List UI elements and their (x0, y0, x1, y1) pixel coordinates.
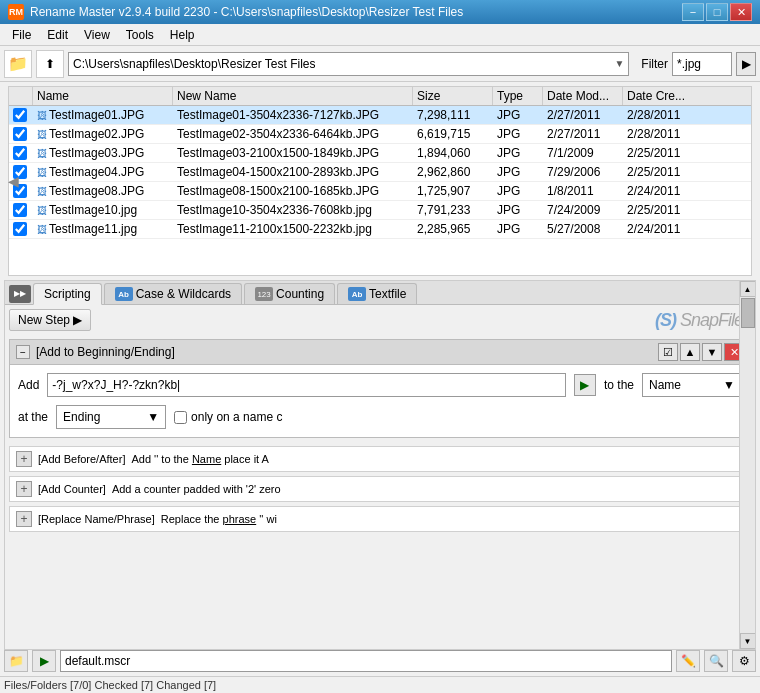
filter-button[interactable]: ▶ (736, 52, 756, 76)
right-scrollbar[interactable]: ▲ ▼ (739, 281, 755, 649)
step-collapse-button[interactable]: − (16, 345, 30, 359)
menu-help[interactable]: Help (162, 26, 203, 44)
at-row: at the Ending ▼ only on a name c (18, 405, 742, 429)
plus-icon[interactable]: + (16, 451, 32, 467)
table-row[interactable]: 🖼TestImage10.jpg TestImage10-3504x2336-7… (9, 201, 751, 220)
window-controls: − □ ✕ (682, 3, 752, 21)
bottom-toolbar: 📁 ▶ ✏️ 🔍 ⚙ (0, 646, 760, 677)
step-checkbox-button[interactable]: ☑ (658, 343, 678, 361)
tab-textfile[interactable]: Ab Textfile (337, 283, 417, 304)
col-checkbox (9, 87, 33, 105)
col-name[interactable]: Name (33, 87, 173, 105)
add-input[interactable] (47, 373, 566, 397)
table-row[interactable]: 🖼TestImage01.JPG TestImage01-3504x2336-7… (9, 106, 751, 125)
step-add-row: Add ▶ to the Name ▼ (18, 373, 742, 397)
scroll-track (740, 297, 756, 633)
menu-bar: File Edit View Tools Help (0, 24, 760, 46)
only-label: only on a name c (191, 410, 282, 424)
col-datemod[interactable]: Date Mod... (543, 87, 623, 105)
script-input[interactable] (60, 650, 672, 672)
status-bar: Files/Folders [7/0] Checked [7] Changed … (0, 677, 760, 693)
filter-input[interactable] (672, 52, 732, 76)
scripting-tab-icon: ▶▶ (9, 285, 31, 303)
title-bar: RM Rename Master v2.9.4 build 2230 - C:\… (0, 0, 760, 24)
app-icon: RM (8, 4, 24, 20)
steps-bar: New Step ▶ (S) SnapFiles (5, 305, 755, 335)
table-row[interactable]: 🖼TestImage03.JPG TestImage03-2100x1500-1… (9, 144, 751, 163)
sub-item-desc: Add '' to the Name place it A (131, 453, 269, 465)
name-combo-arrow-icon: ▼ (723, 378, 735, 392)
step-up-button[interactable]: ▲ (680, 343, 700, 361)
col-newname[interactable]: New Name (173, 87, 413, 105)
path-combo[interactable]: C:\Users\snapfiles\Desktop\Resizer Test … (68, 52, 629, 76)
scroll-thumb[interactable] (741, 298, 755, 328)
menu-view[interactable]: View (76, 26, 118, 44)
close-button[interactable]: ✕ (730, 3, 752, 21)
table-row[interactable]: 🖼TestImage02.JPG TestImage02-3504x2336-6… (9, 125, 751, 144)
table-row[interactable]: 🖼TestImage04.JPG TestImage04-1500x2100-2… (9, 163, 751, 182)
col-datecre[interactable]: Date Cre... (623, 87, 703, 105)
step-body: Add ▶ to the Name ▼ at the Ending ▼ only… (10, 365, 750, 437)
scroll-up-button[interactable]: ▲ (740, 281, 756, 297)
col-size[interactable]: Size (413, 87, 493, 105)
bottom-rename-icon[interactable]: ✏️ (676, 650, 700, 672)
cell-datecre: 2/28/2011 (623, 106, 703, 124)
tab-scripting[interactable]: Scripting (33, 283, 102, 305)
bottom-extra-icon[interactable]: ⚙ (732, 650, 756, 672)
status-text: Files/Folders [7/0] Checked [7] Changed … (4, 679, 216, 691)
tab-counting[interactable]: 123 Counting (244, 283, 335, 304)
step-down-button[interactable]: ▼ (702, 343, 722, 361)
play-button[interactable]: ▶ (574, 374, 596, 396)
only-checkbox[interactable] (174, 411, 187, 424)
bottom-search-icon[interactable]: 🔍 (704, 650, 728, 672)
step-header: − [Add to Beginning/Ending] ☑ ▲ ▼ ✕ (10, 340, 750, 365)
table-row[interactable]: 🖼TestImage08.JPG TestImage08-1500x2100-1… (9, 182, 751, 201)
ab-icon: Ab (115, 287, 133, 301)
menu-edit[interactable]: Edit (39, 26, 76, 44)
sub-item-desc: Replace the phrase '' wi (161, 513, 277, 525)
cell-type: JPG (493, 106, 543, 124)
col-type[interactable]: Type (493, 87, 543, 105)
new-step-button[interactable]: New Step ▶ (9, 309, 91, 331)
ab2-icon: Ab (348, 287, 366, 301)
step-items: + [Add Before/After] Add '' to the Name … (5, 442, 755, 536)
bottom-bar: 📁 ▶ ✏️ 🔍 ⚙ Files/Folders [7/0] Checked [… (0, 646, 760, 693)
ending-combo-arrow-icon: ▼ (147, 410, 159, 424)
to-the-label: to the (604, 378, 634, 392)
name-combo[interactable]: Name ▼ (642, 373, 742, 397)
tab-case-wildcards[interactable]: Ab Case & Wildcards (104, 283, 242, 304)
new-step-label: New Step (18, 313, 70, 327)
menu-tools[interactable]: Tools (118, 26, 162, 44)
at-the-label: at the (18, 410, 48, 424)
menu-file[interactable]: File (4, 26, 39, 44)
folder-icon[interactable]: 📁 (4, 50, 32, 78)
plus-icon[interactable]: + (16, 511, 32, 527)
sub-item-label: [Replace Name/Phrase] (38, 513, 155, 525)
maximize-button[interactable]: □ (706, 3, 728, 21)
sub-item-label: [Add Before/After] (38, 453, 125, 465)
sub-item-desc: Add a counter padded with '2' zero (112, 483, 281, 495)
bottom-folder-icon[interactable]: 📁 (4, 650, 28, 672)
file-list[interactable]: Name New Name Size Type Date Mod... Date… (8, 86, 752, 276)
bottom-section: ▶▶ Scripting Ab Case & Wildcards 123 Cou… (4, 280, 756, 650)
step-header-controls: ☑ ▲ ▼ ✕ (658, 343, 744, 361)
num-icon: 123 (255, 287, 273, 301)
up-icon[interactable]: ⬆ (36, 50, 64, 78)
table-row[interactable]: 🖼TestImage11.jpg TestImage11-2100x1500-2… (9, 220, 751, 239)
path-text: C:\Users\snapfiles\Desktop\Resizer Test … (73, 57, 614, 71)
minimize-button[interactable]: − (682, 3, 704, 21)
new-step-arrow-icon: ▶ (73, 313, 82, 327)
list-item[interactable]: + [Add Before/After] Add '' to the Name … (9, 446, 751, 472)
filter-label: Filter (641, 57, 668, 71)
list-item[interactable]: + [Replace Name/Phrase] Replace the phra… (9, 506, 751, 532)
combo-arrow-icon: ▼ (614, 58, 624, 69)
cell-name: 🖼TestImage01.JPG (33, 106, 173, 124)
plus-icon[interactable]: + (16, 481, 32, 497)
expand-arrow-icon[interactable]: ◀ (6, 171, 21, 191)
snapfiles-logo: (S) SnapFiles (655, 310, 751, 331)
add-label: Add (18, 378, 39, 392)
list-item[interactable]: + [Add Counter] Add a counter padded wit… (9, 476, 751, 502)
bottom-play-icon[interactable]: ▶ (32, 650, 56, 672)
step-title: [Add to Beginning/Ending] (36, 345, 175, 359)
ending-combo[interactable]: Ending ▼ (56, 405, 166, 429)
